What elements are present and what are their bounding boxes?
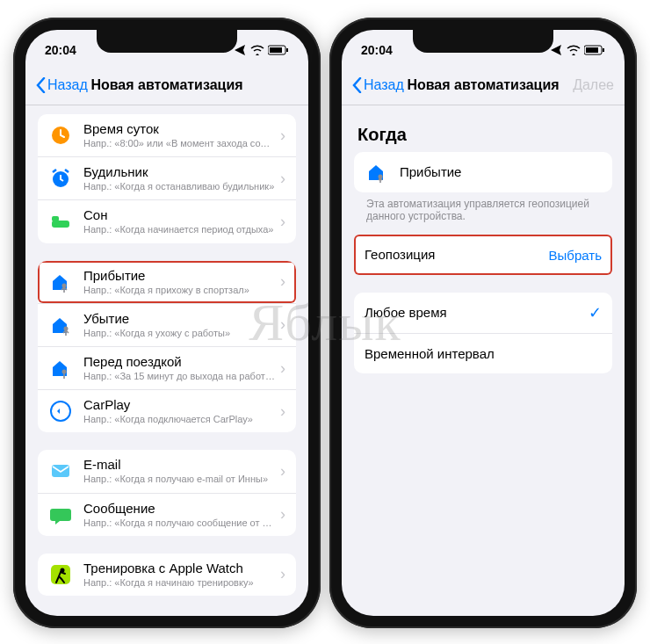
chevron-right-icon: › [280,272,285,291]
row-subtitle: Напр.: «Когда подключается CarPlay» [83,414,275,425]
row-title: Сообщение [83,501,275,517]
chevron-left-icon [36,77,46,93]
time-any-label: Любое время [365,305,589,321]
time-range-row[interactable]: Временной интервал [354,333,612,373]
trigger-list[interactable]: Время сутокНапр.: «8:00» или «В момент з… [25,105,308,616]
carplay-icon [48,399,73,423]
chevron-right-icon: › [280,359,285,378]
battery-icon [268,45,289,55]
row-subtitle: Напр.: «За 15 минут до выхода на работу» [83,371,275,382]
row-title: Тренировка с Apple Watch [83,561,275,576]
chevron-right-icon: › [280,462,285,481]
wifi-icon [250,45,264,55]
geo-select-button[interactable]: Выбрать [549,248,602,263]
chevron-right-icon: › [280,127,285,145]
row-title: Перед поездкой [83,354,275,370]
back-label: Назад [364,77,404,93]
geo-group: Геопозиция Выбрать [354,235,612,275]
battery-icon [584,45,605,55]
status-icons [551,45,605,55]
svg-rect-12 [51,565,70,584]
next-button[interactable]: Далее [573,77,614,93]
svg-rect-15 [586,47,598,53]
travel-icon [48,356,73,380]
trigger-row-mail[interactable]: E-mailНапр.: «Когда я получаю e-mail от … [38,450,296,492]
mail-icon [48,459,73,483]
svg-rect-16 [603,48,604,52]
trigger-row-message[interactable]: СообщениеНапр.: «Когда я получаю сообщен… [38,493,296,536]
checkmark-icon: ✓ [589,303,602,322]
row-subtitle: Напр.: «Когда я получаю e-mail от Инны» [83,474,275,485]
back-label: Назад [47,77,88,93]
svg-rect-11 [52,465,69,477]
status-time: 20:04 [45,43,76,57]
arrive-row: Прибытие [354,152,612,192]
message-icon [48,503,73,527]
row-subtitle: Напр.: «Когда я прихожу в спортзал» [83,285,275,296]
row-title: CarPlay [83,397,275,413]
row-subtitle: Напр.: «Когда я начинаю тренировку» [83,577,275,589]
arrive-label: Прибытие [400,164,602,180]
trigger-row-alarm[interactable]: БудильникНапр.: «Когда я останавливаю бу… [38,156,296,199]
status-icons [235,45,289,55]
phone-right: 20:04 Назад Новая автоматизация Далее Ко… [329,18,637,628]
row-title: Будильник [83,164,275,180]
svg-point-9 [62,370,67,374]
row-subtitle: Напр.: «Когда начинается период отдыха» [83,224,275,235]
row-title: Время суток [83,121,275,137]
nav-bar: Назад Новая автоматизация Далее [342,65,625,105]
chevron-right-icon: › [280,213,285,231]
row-title: Убытие [83,311,275,327]
chevron-right-icon: › [280,402,285,421]
leave-icon [48,313,73,337]
workout-icon [48,562,73,587]
time-range-label: Временной интервал [365,346,602,362]
airplane-icon [235,45,247,55]
arrive-group: Прибытие [354,152,612,192]
row-title: E-mail [83,457,275,473]
trigger-group: Время сутокНапр.: «8:00» или «В момент з… [38,114,296,243]
trigger-row-leave[interactable]: УбытиеНапр.: «Когда я ухожу с работы»› [38,303,296,346]
arrive-config: Когда Прибытие Эта автоматизация управля… [342,105,625,616]
row-subtitle: Напр.: «Когда я ухожу с работы» [83,328,275,339]
status-time: 20:04 [361,43,393,57]
trigger-row-clock[interactable]: Время сутокНапр.: «8:00» или «В момент з… [38,114,296,156]
svg-rect-6 [52,216,59,221]
chevron-right-icon: › [280,170,285,188]
trigger-row-travel[interactable]: Перед поездкойНапр.: «За 15 минут до вых… [38,346,296,389]
trigger-group: E-mailНапр.: «Когда я получаю e-mail от … [38,450,296,535]
nav-bar: Назад Новая автоматизация [25,65,308,105]
trigger-group: Тренировка с Apple WatchНапр.: «Когда я … [38,554,296,596]
row-subtitle: Напр.: «8:00» или «В момент захода солнц… [83,138,275,149]
svg-rect-1 [270,47,282,53]
notch [97,30,237,53]
back-button[interactable]: Назад [352,77,404,93]
geo-note: Эта автоматизация управляется геопозицие… [354,198,612,235]
trigger-row-arrive[interactable]: ПрибытиеНапр.: «Когда я прихожу в спортз… [38,261,296,303]
row-subtitle: Напр.: «Когда я останавливаю будильник» [83,181,275,192]
row-subtitle: Напр.: «Когда я получаю сообщение от мам… [83,517,275,529]
time-any-row[interactable]: Любое время ✓ [354,293,612,333]
chevron-right-icon: › [280,565,285,583]
chevron-right-icon: › [280,315,285,334]
wifi-icon [567,45,581,55]
row-title: Прибытие [83,268,275,284]
chevron-right-icon: › [280,505,285,524]
trigger-row-sleep[interactable]: СонНапр.: «Когда начинается период отдых… [38,199,296,242]
arrive-icon [365,160,389,185]
back-button[interactable]: Назад [36,77,88,93]
notch [413,30,553,53]
time-group: Любое время ✓ Временной интервал [354,293,612,373]
alarm-icon [48,166,73,191]
svg-rect-2 [286,48,288,52]
trigger-row-workout[interactable]: Тренировка с Apple WatchНапр.: «Когда я … [38,554,296,596]
section-header: Когда [358,125,609,145]
sleep-icon [48,209,73,234]
clock-icon [48,123,73,148]
trigger-row-carplay[interactable]: CarPlayНапр.: «Когда подключается CarPla… [38,389,296,432]
chevron-left-icon [352,77,362,93]
svg-point-10 [51,402,70,421]
arrive-icon [48,270,73,294]
geo-row[interactable]: Геопозиция Выбрать [354,235,612,275]
row-title: Сон [83,207,275,223]
